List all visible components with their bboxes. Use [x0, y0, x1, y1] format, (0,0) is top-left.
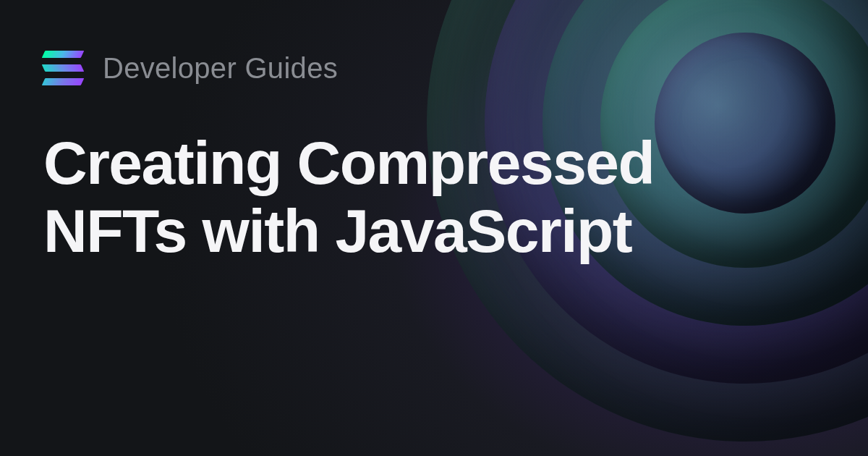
header: Developer Guides: [43, 51, 825, 85]
content-area: Developer Guides Creating Compressed NFT…: [0, 0, 868, 316]
page-subtitle: Developer Guides: [103, 52, 338, 85]
page-title: Creating Compressed NFTs with JavaScript: [43, 129, 767, 265]
solana-logo-icon: [43, 51, 82, 85]
